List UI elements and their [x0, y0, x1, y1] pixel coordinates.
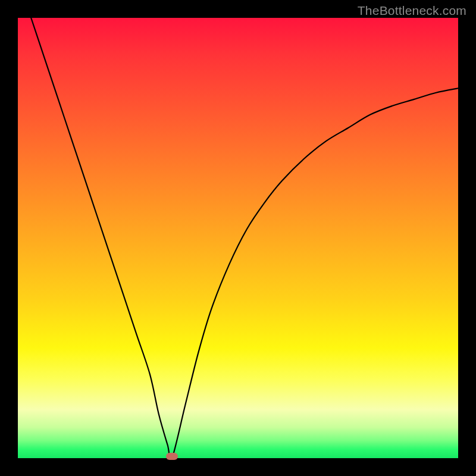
watermark-text: TheBottleneck.com	[358, 4, 466, 18]
bottleneck-curve	[31, 18, 458, 458]
plot-area	[18, 18, 458, 458]
optimal-point-marker	[166, 453, 178, 460]
chart-container: TheBottleneck.com	[0, 0, 476, 476]
curve-svg	[18, 18, 458, 458]
